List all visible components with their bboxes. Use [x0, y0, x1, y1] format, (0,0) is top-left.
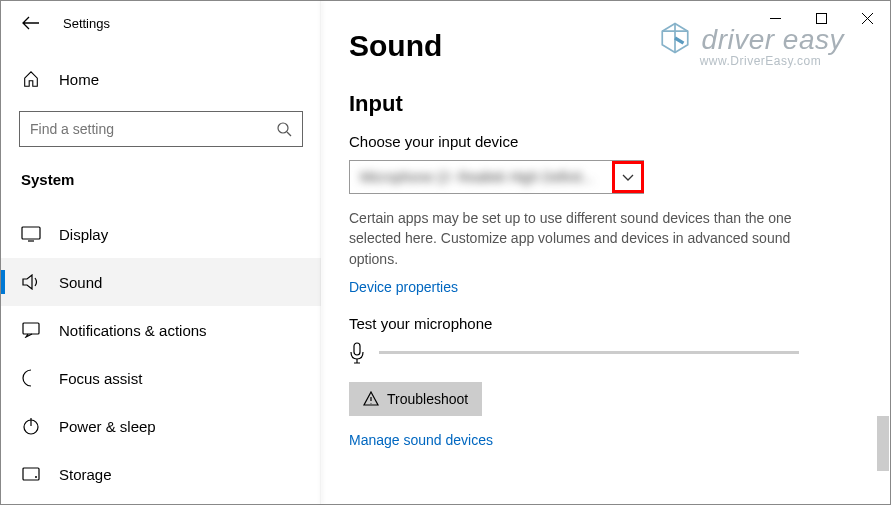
sidebar-item-label: Sound: [59, 274, 102, 291]
microphone-icon: [349, 342, 367, 364]
svg-point-7: [35, 476, 37, 478]
dropdown-selected-value: Microphone (2- Realtek High Definit...: [350, 169, 613, 185]
page-title: Sound: [349, 29, 840, 63]
notifications-icon: [21, 320, 41, 340]
settings-window: driver easy www.DriverEasy.com Settings …: [0, 0, 891, 505]
warning-icon: [363, 391, 379, 407]
sidebar-item-notifications[interactable]: Notifications & actions: [1, 306, 321, 354]
home-icon: [21, 69, 41, 89]
power-icon: [21, 416, 41, 436]
sidebar-item-label: Display: [59, 226, 108, 243]
troubleshoot-button[interactable]: Troubleshoot: [349, 382, 482, 416]
sidebar-item-label: Notifications & actions: [59, 322, 207, 339]
display-icon: [21, 224, 41, 244]
choose-input-label: Choose your input device: [349, 133, 840, 150]
chevron-down-icon: [622, 169, 634, 185]
search-icon: [276, 121, 292, 137]
app-title: Settings: [63, 16, 110, 31]
svg-rect-4: [23, 323, 39, 334]
sidebar-item-focus-assist[interactable]: Focus assist: [1, 354, 321, 402]
section-input-title: Input: [349, 91, 840, 117]
sidebar-nav-list: Display Sound Notifications & actions Fo…: [1, 210, 321, 498]
home-label: Home: [59, 71, 99, 88]
storage-icon: [21, 464, 41, 484]
sidebar-item-display[interactable]: Display: [1, 210, 321, 258]
mic-test-row: [349, 342, 840, 364]
sidebar-item-label: Focus assist: [59, 370, 142, 387]
input-device-dropdown[interactable]: Microphone (2- Realtek High Definit...: [349, 160, 644, 194]
search-input-box[interactable]: [19, 111, 303, 147]
mic-level-bar: [379, 351, 799, 354]
device-properties-link[interactable]: Device properties: [349, 279, 458, 295]
sidebar-item-power-sleep[interactable]: Power & sleep: [1, 402, 321, 450]
sidebar-item-label: Storage: [59, 466, 112, 483]
manage-sound-devices-link[interactable]: Manage sound devices: [349, 432, 493, 448]
svg-point-2: [278, 123, 288, 133]
sound-icon: [21, 272, 41, 292]
scrollbar-thumb[interactable]: [877, 416, 889, 471]
dropdown-chevron-highlight[interactable]: [612, 161, 644, 193]
svg-rect-6: [23, 468, 39, 480]
svg-rect-3: [22, 227, 40, 239]
back-button[interactable]: [21, 13, 41, 33]
sidebar-section-label: System: [1, 165, 321, 202]
sidebar-home[interactable]: Home: [1, 59, 321, 99]
input-help-text: Certain apps may be set up to use differ…: [349, 208, 809, 269]
sidebar-item-sound[interactable]: Sound: [1, 258, 321, 306]
sidebar-item-storage[interactable]: Storage: [1, 450, 321, 498]
content-area: Sound Input Choose your input device Mic…: [321, 1, 890, 504]
sidebar-item-label: Power & sleep: [59, 418, 156, 435]
svg-rect-8: [354, 343, 360, 355]
test-mic-label: Test your microphone: [349, 315, 840, 332]
search-input[interactable]: [30, 121, 276, 137]
troubleshoot-label: Troubleshoot: [387, 391, 468, 407]
focus-assist-icon: [21, 368, 41, 388]
sidebar: Settings Home System Display: [1, 1, 321, 504]
